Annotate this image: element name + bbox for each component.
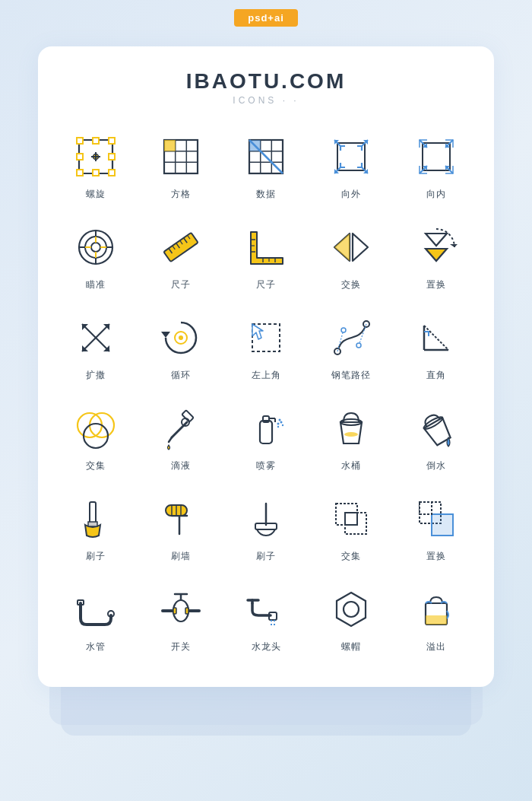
icon-gangbilujing: 钢笔路径 xyxy=(309,305,394,388)
icon-shuitong: 水桶 xyxy=(309,396,394,478)
svg-marker-73 xyxy=(426,234,447,246)
icon-zhijiao: 直角 xyxy=(394,305,479,388)
svg-point-93 xyxy=(341,328,346,332)
svg-rect-132 xyxy=(420,502,432,514)
svg-point-86 xyxy=(179,335,183,340)
icon-shuazi2: 刷子 xyxy=(223,486,309,569)
svg-rect-102 xyxy=(182,410,194,422)
icon-xiangnei: 向内 xyxy=(394,124,479,207)
icon-shuaqiang: 刷墙 xyxy=(138,486,223,569)
top-badge: psd+ai xyxy=(234,9,298,27)
svg-rect-105 xyxy=(260,421,272,443)
icon-miaojun: 瞄准 xyxy=(53,215,138,297)
svg-line-103 xyxy=(169,437,172,442)
svg-rect-6 xyxy=(77,138,83,144)
icon-yichu: 溢出 xyxy=(394,577,479,660)
svg-rect-128 xyxy=(345,513,366,534)
icon-shuilongtou: 水龙头 xyxy=(223,577,309,660)
svg-rect-151 xyxy=(426,615,447,625)
icon-kuosa: 扩撒 xyxy=(53,305,138,388)
svg-rect-19 xyxy=(164,140,176,151)
svg-rect-9 xyxy=(109,170,115,176)
main-card: IBAOTU.COM ICONS · · xyxy=(38,46,494,687)
svg-rect-8 xyxy=(77,170,83,176)
svg-point-115 xyxy=(344,432,358,437)
svg-point-149 xyxy=(344,602,359,617)
svg-point-112 xyxy=(282,424,283,426)
icon-luoxuan: 螺旋 xyxy=(53,124,138,207)
svg-marker-74 xyxy=(426,249,447,261)
svg-line-101 xyxy=(172,422,187,437)
svg-marker-88 xyxy=(252,324,263,339)
svg-marker-70 xyxy=(353,234,368,261)
svg-marker-84 xyxy=(161,332,170,338)
icon-daoshui: 倒水 xyxy=(394,396,479,478)
svg-rect-118 xyxy=(88,522,97,526)
svg-rect-11 xyxy=(93,170,99,176)
icons-grid: 螺旋 方格 xyxy=(53,124,479,660)
icon-kaiguan: 开关 xyxy=(138,577,223,660)
svg-point-94 xyxy=(356,343,361,348)
icon-zuoshangjiao: 左上角 xyxy=(223,305,309,388)
icon-xiangwai: 向外 xyxy=(309,124,394,207)
icon-shuju: 数据 xyxy=(223,124,309,207)
svg-rect-141 xyxy=(173,608,176,614)
icon-zhihuan2: 置换 xyxy=(394,486,479,569)
svg-line-97 xyxy=(424,326,448,350)
svg-marker-148 xyxy=(337,593,366,626)
svg-rect-7 xyxy=(109,138,115,144)
svg-rect-131 xyxy=(432,514,453,536)
site-title: IBAOTU.COM xyxy=(53,69,479,94)
svg-rect-27 xyxy=(337,143,365,170)
site-subtitle: ICONS · · xyxy=(53,95,479,106)
icon-shuiguan: 水管 xyxy=(53,577,138,660)
svg-rect-56 xyxy=(163,233,198,262)
svg-rect-127 xyxy=(336,504,357,525)
icon-jiaoji: 交集 xyxy=(53,396,138,478)
icon-penwu: 喷雾 xyxy=(223,396,309,478)
svg-point-109 xyxy=(277,423,280,425)
svg-point-113 xyxy=(277,426,279,428)
svg-rect-10 xyxy=(93,138,99,144)
svg-point-110 xyxy=(280,421,283,424)
svg-marker-71 xyxy=(334,234,350,261)
icon-luomao: 螺帽 xyxy=(309,577,394,660)
icon-shuazi1: 刷子 xyxy=(53,486,138,569)
icon-jiaoji2: 交集 xyxy=(309,486,394,569)
icon-chizi1: 尺子 xyxy=(138,215,223,297)
svg-rect-26 xyxy=(249,140,261,151)
svg-rect-129 xyxy=(345,513,357,525)
svg-point-111 xyxy=(279,419,281,421)
icon-fangge: 方格 xyxy=(138,124,223,207)
icon-diyi: 滴液 xyxy=(138,396,223,478)
icon-chizi2: 尺子 xyxy=(223,215,309,297)
svg-rect-13 xyxy=(109,154,115,160)
svg-rect-12 xyxy=(77,154,83,160)
svg-point-47 xyxy=(91,243,100,252)
icon-xunhuan: 循环 xyxy=(138,305,223,388)
icon-jiaohuan: 交换 xyxy=(309,215,394,297)
icon-zhihuan: 置换 xyxy=(394,215,479,297)
svg-rect-142 xyxy=(185,608,188,614)
